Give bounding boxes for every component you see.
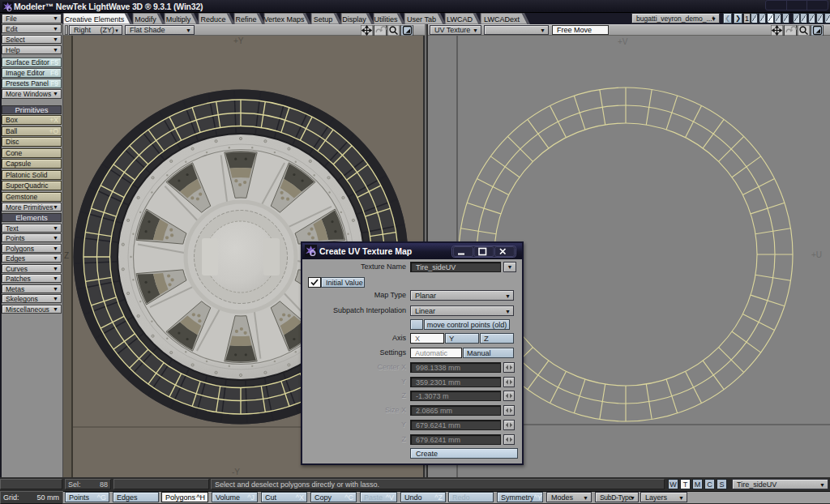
svg-text:LWCAD: LWCAD (447, 15, 473, 23)
svg-text:+Y: +Y (233, 36, 244, 45)
svg-text:Multiply: Multiply (166, 15, 191, 23)
svg-text:Setup: Setup (314, 15, 333, 23)
svg-text:User Tab: User Tab (407, 15, 436, 23)
svg-text:-Y: -Y (232, 468, 240, 476)
svg-text:+U: +U (811, 250, 822, 259)
svg-text:Modify: Modify (135, 15, 156, 23)
svg-text:LWCADext: LWCADext (484, 15, 520, 23)
svg-text:Utilities: Utilities (374, 15, 398, 23)
svg-text:Creative Elements: Creative Elements (65, 15, 125, 23)
svg-text:+V: +V (618, 37, 628, 46)
svg-text:Refine: Refine (235, 15, 256, 23)
svg-text:Vertex Maps: Vertex Maps (263, 15, 305, 23)
svg-text:Display: Display (342, 15, 366, 23)
svg-text:Reduce: Reduce (200, 15, 225, 23)
